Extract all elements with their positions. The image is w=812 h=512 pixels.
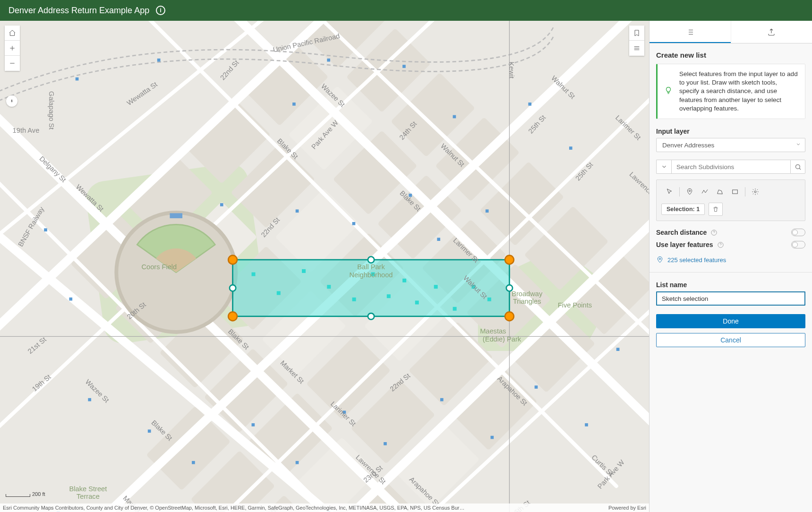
svg-rect-84 [440,398,444,401]
svg-rect-99 [402,279,406,282]
svg-rect-93 [277,291,281,295]
selected-features-link[interactable]: 225 selected features [656,256,805,264]
home-button[interactable] [5,26,20,41]
svg-point-113 [228,256,237,265]
compass-icon[interactable] [6,95,17,107]
svg-rect-94 [302,269,306,273]
zoom-out-button[interactable] [5,56,20,71]
svg-rect-92 [252,273,256,276]
svg-rect-100 [415,300,419,304]
selection-row: Selection: 1 [661,203,800,216]
side-panel: Create new list Select features from the… [649,21,812,512]
svg-rect-95 [327,285,331,289]
delete-selection-button[interactable] [709,203,723,216]
lightbulb-icon [664,86,673,97]
map-container[interactable]: Galapago St19th AveDelgany StWewatta StW… [0,21,649,512]
app-header: Denver Address Return Example App i [0,0,812,21]
svg-rect-98 [387,294,391,298]
svg-rect-170 [733,190,738,194]
svg-text:Ball Park: Ball Park [357,263,385,271]
scale-label: 200 ft [32,491,45,497]
svg-rect-66 [453,115,456,119]
bookmark-button[interactable] [629,26,644,41]
layers-button[interactable] [629,41,644,56]
svg-text:Blake Street: Blake Street [69,485,107,493]
tab-export[interactable] [731,21,812,43]
tool-settings[interactable] [748,186,762,198]
tool-polyline[interactable] [698,186,712,198]
scale-bar: 200 ft [6,491,45,497]
tool-point[interactable] [683,186,697,198]
svg-text:Broadway: Broadway [512,290,543,298]
svg-text:Five Points: Five Points [558,301,592,309]
sketch-toolbar [661,184,800,203]
use-layer-row: Use layer features [656,241,805,248]
map-canvas[interactable]: Galapago St19th AveDelgany StWewatta StW… [0,21,649,512]
use-layer-toggle[interactable] [791,241,805,248]
input-layer-select[interactable]: Denver Addresses [656,138,805,152]
panel-tabs [650,21,812,43]
hint-box: Select features from the input layer to … [656,64,805,119]
svg-rect-68 [569,146,573,150]
svg-rect-71 [220,203,223,206]
input-layer-label: Input layer [656,128,805,135]
help-icon[interactable] [717,241,724,248]
svg-point-169 [689,190,690,191]
hint-text: Select features from the input layer to … [679,70,798,112]
svg-rect-58 [170,213,182,218]
svg-rect-63 [292,102,296,106]
svg-rect-78 [148,429,151,433]
search-distance-label: Search distance [656,229,707,236]
search-distance-toggle[interactable] [791,229,805,236]
svg-text:Coors Field: Coors Field [141,263,177,271]
tab-list[interactable] [650,21,731,43]
selected-features-text: 225 selected features [667,256,726,264]
svg-rect-62 [157,59,161,62]
input-layer-value: Denver Addresses [662,142,714,149]
svg-rect-96 [352,298,356,301]
list-icon [686,28,694,36]
filter-button[interactable] [656,160,671,174]
svg-point-108 [230,285,236,291]
search-input[interactable] [671,160,790,174]
tool-pointer[interactable] [662,186,676,198]
map-pin-icon [656,256,664,264]
svg-rect-80 [252,423,255,427]
map-nav-controls [5,26,20,71]
toolbar-separator [745,187,745,196]
tool-rectangle[interactable] [728,186,742,198]
svg-rect-104 [487,298,491,301]
help-icon[interactable] [710,229,718,236]
svg-rect-76 [486,209,489,213]
list-name-input[interactable] [656,291,805,306]
panel-title: Create new list [656,51,805,59]
svg-rect-88 [616,348,620,351]
map-attribution: Esri Community Maps Contributors, County… [0,503,649,512]
svg-rect-65 [402,65,406,68]
tool-polygon[interactable] [713,186,727,198]
zoom-in-button[interactable] [5,41,20,56]
list-name-label: List name [656,281,805,289]
sketch-tools-box: Selection: 1 [656,179,805,221]
svg-point-174 [659,258,660,259]
done-button[interactable]: Done [656,314,805,328]
svg-text:Triangles: Triangles [513,298,541,305]
svg-rect-73 [352,222,356,225]
svg-rect-79 [192,461,195,464]
svg-point-111 [368,313,374,319]
svg-rect-81 [296,461,299,464]
svg-point-116 [505,312,514,321]
svg-rect-101 [434,285,438,289]
search-button[interactable] [790,160,805,174]
svg-text:Terrace: Terrace [77,493,100,500]
svg-point-171 [754,191,756,193]
svg-rect-87 [585,423,588,427]
use-layer-label: Use layer features [656,241,713,248]
svg-point-114 [505,256,514,265]
cancel-button[interactable]: Cancel [656,333,805,347]
app-body: Galapago St19th AveDelgany StWewatta StW… [0,21,812,512]
svg-rect-69 [44,228,47,231]
info-icon[interactable]: i [156,6,165,15]
chevron-down-icon [795,142,801,149]
divider [650,272,812,273]
